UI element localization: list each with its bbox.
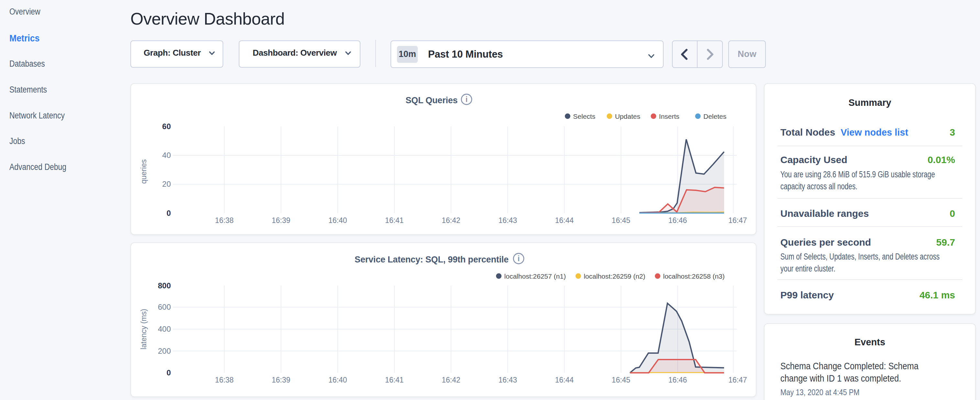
svg-text:0: 0 bbox=[167, 368, 171, 377]
svg-text:16:40: 16:40 bbox=[328, 376, 347, 384]
svg-text:localhost:26259 (n2): localhost:26259 (n2) bbox=[584, 273, 645, 280]
svg-text:localhost:26258 (n3): localhost:26258 (n3) bbox=[663, 273, 725, 280]
svg-text:16:46: 16:46 bbox=[668, 216, 687, 225]
svg-text:16:46: 16:46 bbox=[668, 376, 687, 384]
svg-text:Service Latency: SQL, 99th per: Service Latency: SQL, 99th percentile bbox=[355, 255, 509, 265]
svg-text:600: 600 bbox=[158, 303, 171, 311]
svg-text:16:42: 16:42 bbox=[442, 376, 460, 384]
svg-text:16:41: 16:41 bbox=[385, 376, 404, 384]
svg-text:800: 800 bbox=[158, 281, 171, 290]
svg-text:16:47: 16:47 bbox=[728, 376, 747, 384]
svg-text:16:40: 16:40 bbox=[328, 216, 347, 225]
svg-text:Updates: Updates bbox=[615, 113, 640, 120]
svg-text:16:39: 16:39 bbox=[272, 216, 291, 225]
svg-text:localhost:26257 (n1): localhost:26257 (n1) bbox=[504, 273, 566, 280]
svg-text:16:47: 16:47 bbox=[728, 216, 747, 225]
svg-text:latency (ms): latency (ms) bbox=[140, 309, 148, 349]
svg-text:16:41: 16:41 bbox=[385, 216, 404, 225]
svg-text:16:38: 16:38 bbox=[215, 216, 234, 225]
svg-text:16:44: 16:44 bbox=[555, 376, 574, 384]
svg-text:60: 60 bbox=[162, 122, 171, 131]
svg-text:16:43: 16:43 bbox=[498, 216, 517, 225]
svg-text:i: i bbox=[466, 95, 468, 104]
svg-text:16:38: 16:38 bbox=[215, 376, 234, 384]
svg-text:Deletes: Deletes bbox=[703, 113, 726, 120]
svg-text:40: 40 bbox=[162, 151, 171, 159]
svg-text:Inserts: Inserts bbox=[659, 113, 679, 120]
svg-text:16:45: 16:45 bbox=[612, 216, 631, 225]
svg-text:SQL Queries: SQL Queries bbox=[406, 96, 458, 105]
svg-text:Selects: Selects bbox=[573, 113, 595, 120]
svg-text:200: 200 bbox=[158, 347, 171, 355]
svg-text:16:44: 16:44 bbox=[555, 216, 574, 225]
svg-text:20: 20 bbox=[162, 180, 171, 188]
svg-text:16:43: 16:43 bbox=[498, 376, 517, 384]
svg-text:0: 0 bbox=[167, 209, 171, 217]
svg-text:16:42: 16:42 bbox=[442, 216, 460, 225]
svg-text:i: i bbox=[518, 254, 520, 263]
svg-text:queries: queries bbox=[140, 159, 148, 183]
svg-text:16:45: 16:45 bbox=[612, 376, 631, 384]
svg-text:400: 400 bbox=[158, 325, 171, 333]
svg-text:16:39: 16:39 bbox=[272, 376, 291, 384]
